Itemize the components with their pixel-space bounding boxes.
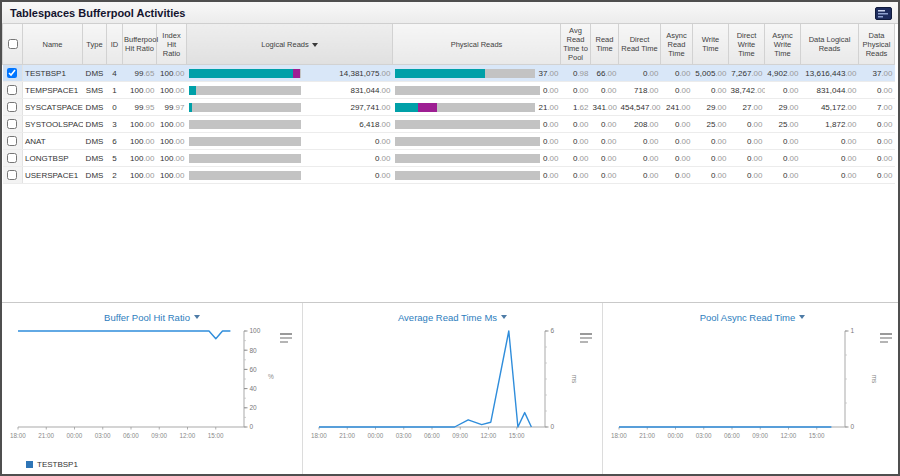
column-header-type[interactable]: Type xyxy=(83,24,107,65)
metric-value-cell: 0.00 xyxy=(661,82,693,99)
chart-panel-pool-async-read-time: Pool Async Read Time 01ms18:0021:0000:00… xyxy=(602,303,900,474)
tablespace-id: 6 xyxy=(107,133,123,150)
chart-title-average-read-time[interactable]: Average Read Time Ms xyxy=(398,312,497,323)
metric-bar-cell: 6,418.00 xyxy=(187,116,393,133)
svg-text:1: 1 xyxy=(851,327,855,334)
chart-legend: TESTBSP1 xyxy=(26,460,78,469)
tablespace-id: 1 xyxy=(107,82,123,99)
column-header-label: ID xyxy=(111,40,119,49)
pool-async-read-time-chart: 01ms18:0021:0000:0003:0006:0009:0012:001… xyxy=(603,325,900,455)
table-row[interactable]: USERSPACE1DMS2100.00100.000.000.000.000.… xyxy=(3,167,895,184)
row-select-checkbox[interactable] xyxy=(7,68,17,78)
tablespace-id: 3 xyxy=(107,116,123,133)
metric-value-cell: 241.00 xyxy=(661,99,693,116)
svg-text:12:00: 12:00 xyxy=(781,432,797,439)
column-header-label: Data Physical Reads xyxy=(863,31,891,58)
row-select-checkbox[interactable] xyxy=(7,136,17,146)
row-select-checkbox[interactable] xyxy=(7,102,17,112)
svg-text:40: 40 xyxy=(250,385,258,392)
bar-segment-data xyxy=(395,103,419,112)
chart-options-icon[interactable] xyxy=(880,329,892,347)
table-row[interactable]: SYSCATSPACEDMS099.9599.97297,741.0021.00… xyxy=(3,99,895,116)
column-header-m4[interactable]: Write Time xyxy=(693,24,729,65)
chart-title-pool-async-read-time[interactable]: Pool Async Read Time xyxy=(700,312,796,323)
column-header-bp_hit[interactable]: Bufferpool Hit Ratio xyxy=(123,24,157,65)
svg-text:06:00: 06:00 xyxy=(424,432,440,439)
column-header-m2[interactable]: Direct Read Time xyxy=(619,24,661,65)
metric-bar xyxy=(189,120,301,129)
metric-value-cell: 0.00 xyxy=(693,167,729,184)
column-header-name[interactable]: Name xyxy=(23,24,83,65)
svg-text:09:00: 09:00 xyxy=(151,432,167,439)
legend-swatch xyxy=(26,461,33,468)
average-read-time-chart: 06ms18:0021:0000:0003:0006:0009:0012:001… xyxy=(303,325,603,455)
metric-value: 0.00 xyxy=(540,154,559,163)
chart-header: Average Read Time Ms xyxy=(303,303,602,325)
metric-bar xyxy=(189,86,301,95)
column-header-m7[interactable]: Data Logical Reads xyxy=(801,24,859,65)
tablespace-type: DMS xyxy=(83,99,107,116)
column-header-label: Async Read Time xyxy=(666,31,686,58)
tablespace-name: SYSTOOLSPACE xyxy=(23,116,83,133)
column-header-lr[interactable]: Logical Reads xyxy=(187,24,393,65)
chart-header: Buffer Pool Hit Ratio xyxy=(2,303,302,325)
metric-value-cell: 0.00 xyxy=(661,133,693,150)
column-header-m3[interactable]: Async Read Time xyxy=(661,24,693,65)
column-header-pr[interactable]: Physical Reads xyxy=(393,24,561,65)
panel-control-icon[interactable] xyxy=(875,6,892,19)
column-header-idx_hit[interactable]: Index Hit Ratio xyxy=(157,24,187,65)
column-header-id[interactable]: ID xyxy=(107,24,123,65)
metric-value-cell: 0.00 xyxy=(693,150,729,167)
table-row[interactable]: LONGTBSPDMS5100.00100.000.000.000.000.00… xyxy=(3,150,895,167)
chart-title-buffer-pool-hit-ratio[interactable]: Buffer Pool Hit Ratio xyxy=(104,312,190,323)
svg-text:ms: ms xyxy=(871,375,878,384)
tablespace-type: DMS xyxy=(83,133,107,150)
metric-bar xyxy=(189,171,301,180)
svg-text:80: 80 xyxy=(250,347,258,354)
metric-value-cell: 0.00 xyxy=(561,116,591,133)
bufferpool-hit-ratio: 100.00 xyxy=(123,82,157,99)
bar-segment-index xyxy=(293,69,301,78)
metric-value-cell: 38,742.00 xyxy=(729,82,765,99)
bufferpool-hit-ratio: 100.00 xyxy=(123,167,157,184)
sort-desc-icon xyxy=(312,43,318,47)
row-select-checkbox[interactable] xyxy=(7,153,17,163)
table-row[interactable]: TEMPSPACE1SMS1100.00100.00831,044.000.00… xyxy=(3,82,895,99)
metric-value-cell: 4,902.00 xyxy=(765,65,801,82)
table-row[interactable]: SYSTOOLSPACEDMS3100.00100.006,418.000.00… xyxy=(3,116,895,133)
charts-section: Buffer Pool Hit Ratio 020406080100%18:00… xyxy=(2,302,898,474)
row-select-checkbox[interactable] xyxy=(7,85,17,95)
metric-value-cell: 831,044.00 xyxy=(801,82,859,99)
metric-bar xyxy=(189,103,301,112)
column-header-m1[interactable]: Read Time xyxy=(591,24,619,65)
metric-bar-cell: 21.00 xyxy=(393,99,561,116)
metric-value: 0.00 xyxy=(540,86,559,95)
row-select-checkbox[interactable] xyxy=(7,170,17,180)
svg-text:06:00: 06:00 xyxy=(123,432,139,439)
table-row[interactable]: ANATDMS6100.00100.000.000.000.000.000.00… xyxy=(3,133,895,150)
svg-text:100: 100 xyxy=(250,327,261,334)
metric-value-cell: 0.00 xyxy=(591,167,619,184)
metric-value-cell: 0.00 xyxy=(801,150,859,167)
table-row[interactable]: TESTBSP1DMS499.65100.0014,381,075.0037.0… xyxy=(3,65,895,82)
metric-value: 831,044.00 xyxy=(347,86,390,95)
column-header-m5[interactable]: Direct Write Time xyxy=(729,24,765,65)
metric-bar-cell: 0.00 xyxy=(393,150,561,167)
column-header-m6[interactable]: Async Write Time xyxy=(765,24,801,65)
chart-options-icon[interactable] xyxy=(580,329,592,347)
metric-bar xyxy=(189,69,301,78)
select-all-checkbox[interactable] xyxy=(8,39,18,49)
metric-bar-cell: 0.00 xyxy=(393,167,561,184)
metric-value-cell: 0.00 xyxy=(765,150,801,167)
metric-value-cell: 29.00 xyxy=(765,99,801,116)
metric-value-cell: 0.00 xyxy=(729,150,765,167)
row-select-checkbox[interactable] xyxy=(7,119,17,129)
column-header-m8[interactable]: Data Physical Reads xyxy=(859,24,895,65)
metric-value-cell: 13,616,443.00 xyxy=(801,65,859,82)
column-header-m0[interactable]: Avg Read Time to Pool xyxy=(561,24,591,65)
metric-bar-cell: 0.00 xyxy=(393,133,561,150)
chart-options-icon[interactable] xyxy=(280,329,292,347)
column-header-select[interactable] xyxy=(3,24,23,65)
metric-value-cell: 7.00 xyxy=(859,99,895,116)
svg-text:15:00: 15:00 xyxy=(809,432,825,439)
